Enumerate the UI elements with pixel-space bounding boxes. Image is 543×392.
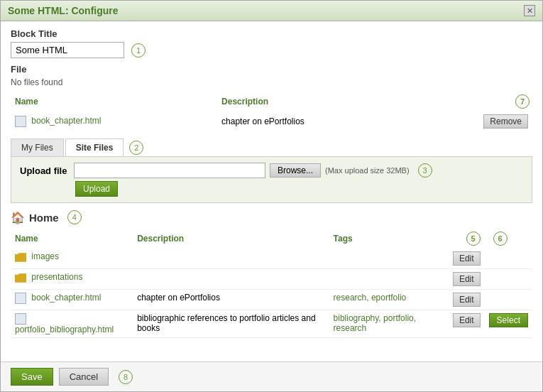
table-row: images Edit xyxy=(11,249,532,269)
block-title-label: Block Title xyxy=(11,28,532,39)
save-button[interactable]: Save xyxy=(11,368,53,386)
max-upload-size: (Max upload size 32MB) xyxy=(325,166,410,175)
edit-button-portfolio-bibliography[interactable]: Edit xyxy=(453,313,481,327)
circle-7: 7 xyxy=(515,94,530,109)
home-header: 🏠 Home 4 xyxy=(11,210,532,224)
edit-button-presentations[interactable]: Edit xyxy=(453,272,481,286)
file-desc-images xyxy=(133,249,329,269)
current-file-row: book_chapter.html chapter on ePortfolios… xyxy=(11,111,532,131)
edit-button-images[interactable]: Edit xyxy=(453,251,481,266)
current-file-description: chapter on ePortfolios xyxy=(217,111,417,131)
file-desc-portfolio-bibliography: bibliographic references to portfolio ar… xyxy=(133,310,329,338)
files-tags-header: Tags xyxy=(329,229,449,249)
home-title: Home xyxy=(29,212,59,224)
files-name-header: Name xyxy=(11,229,133,249)
file-desc-book-chapter: chapter on ePortfolios xyxy=(133,290,329,310)
home-section: 🏠 Home 4 Name Description Tags 5 6 xyxy=(11,210,532,338)
table-row: book_chapter.html chapter on ePortfolios… xyxy=(11,290,532,310)
tab-site-files[interactable]: Site Files xyxy=(65,138,124,156)
edit-button-book-chapter[interactable]: Edit xyxy=(453,293,481,307)
file-link-images[interactable]: images xyxy=(31,251,59,261)
name-col-header: Name xyxy=(11,92,217,111)
file-icon xyxy=(15,293,26,304)
file-label: File xyxy=(11,64,532,75)
circle-4: 4 xyxy=(67,210,82,224)
file-section: File No files found Name Description 7 xyxy=(11,64,532,131)
circle-1: 1 xyxy=(131,43,146,58)
file-link-portfolio-bibliography[interactable]: portfolio_bibliography.html xyxy=(15,325,114,334)
table-row: portfolio_bibliography.html bibliographi… xyxy=(11,310,532,338)
upload-file-input[interactable] xyxy=(74,163,265,178)
window-title: Some HTML: Configure xyxy=(8,5,119,16)
home-icon: 🏠 xyxy=(11,211,25,224)
block-title-section: Block Title 1 xyxy=(11,28,532,58)
upload-button[interactable]: Upload xyxy=(75,181,118,197)
block-title-input[interactable] xyxy=(11,42,124,58)
footer-bar: Save Cancel 8 xyxy=(1,361,542,391)
files-table: Name Description Tags 5 6 xyxy=(11,229,532,338)
remove-button[interactable]: Remove xyxy=(483,114,528,129)
file-tags-presentations xyxy=(329,269,449,290)
cancel-button[interactable]: Cancel xyxy=(59,368,109,386)
current-file-table: Name Description 7 book_chapter.html cha… xyxy=(11,92,532,131)
current-file-link[interactable]: book_chapter.html xyxy=(31,116,101,126)
close-button[interactable]: ✕ xyxy=(524,5,535,16)
file-tags-portfolio-bibliography[interactable]: bibliography, portfolio, research xyxy=(334,313,417,333)
circle-2: 2 xyxy=(129,141,143,155)
files-desc-header: Description xyxy=(133,229,329,249)
circle-6: 6 xyxy=(493,232,508,246)
circle-5: 5 xyxy=(466,232,481,246)
folder-icon xyxy=(15,273,26,283)
upload-label: Upload file xyxy=(20,165,70,176)
file-desc-presentations xyxy=(133,269,329,290)
folder-icon xyxy=(15,252,26,262)
file-icon xyxy=(15,116,26,127)
file-tags-images xyxy=(329,249,449,269)
file-link-book-chapter[interactable]: book_chapter.html xyxy=(31,293,101,303)
table-row: presentations Edit xyxy=(11,269,532,290)
file-tags-book-chapter[interactable]: research, eportfolio xyxy=(334,293,407,303)
tabs-container: My Files Site Files 2 Upload file Browse… xyxy=(11,138,532,203)
configure-window: Some HTML: Configure ✕ Block Title 1 Fil… xyxy=(0,0,543,392)
main-content: Block Title 1 File No files found Name D… xyxy=(1,21,542,361)
upload-area: Upload file Browse... (Max upload size 3… xyxy=(11,157,532,203)
file-icon xyxy=(15,313,26,325)
file-link-presentations[interactable]: presentations xyxy=(31,272,82,282)
desc-col-header: Description xyxy=(217,92,417,111)
circle-3: 3 xyxy=(418,163,432,178)
browse-button[interactable]: Browse... xyxy=(270,163,321,178)
upload-row: Upload file Browse... (Max upload size 3… xyxy=(20,163,523,178)
titlebar: Some HTML: Configure ✕ xyxy=(1,1,542,21)
tab-my-files[interactable]: My Files xyxy=(11,138,64,156)
tabs-bar: My Files Site Files 2 xyxy=(11,138,532,157)
select-button-portfolio-bibliography[interactable]: Select xyxy=(489,313,528,327)
no-files-text: No files found xyxy=(11,77,532,87)
circle-8: 8 xyxy=(119,370,133,384)
